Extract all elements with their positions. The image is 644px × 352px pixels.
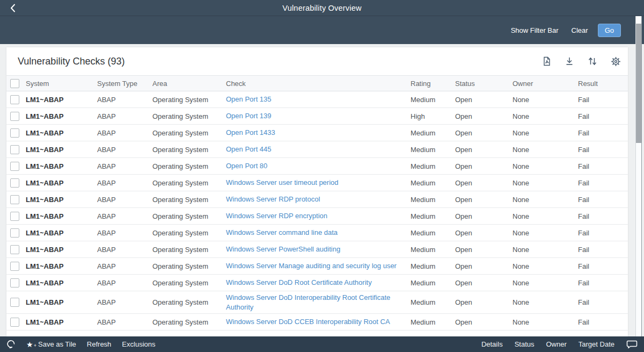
check-cell: Open Port 135 — [226, 93, 411, 106]
table-row: LM1~ABAPABAPOperating SystemWindows Serv… — [6, 241, 628, 258]
check-link[interactable]: Windows Server DoD Root Certificate Auth… — [226, 278, 372, 286]
check-link[interactable]: Windows Server PowerShell auditing — [226, 245, 340, 253]
row-checkbox-cell — [6, 95, 26, 104]
check-cell: Open Port 445 — [226, 143, 411, 156]
owner-cell: None — [513, 246, 578, 254]
check-link[interactable]: Windows Server Manage auditing and secur… — [226, 262, 397, 270]
row-checkbox[interactable] — [10, 318, 19, 327]
filter-bar: Show Filter Bar Clear Go — [0, 16, 644, 44]
table-toolbar — [540, 55, 621, 67]
rating-cell: Medium — [411, 246, 455, 254]
check-link[interactable]: Open Port 139 — [226, 112, 272, 120]
copilot-icon[interactable] — [6, 340, 16, 349]
sort-icon[interactable] — [587, 55, 598, 67]
system-cell: LM1~ABAP — [26, 179, 97, 187]
check-link[interactable]: Windows Server RDP protocol — [226, 195, 320, 203]
owner-button[interactable]: Owner — [546, 340, 567, 348]
check-link[interactable]: Windows Server DoD Interoperability Root… — [226, 293, 390, 311]
row-checkbox-cell — [6, 298, 26, 307]
check-link[interactable]: Windows Server RDP encryption — [226, 212, 327, 220]
show-filter-bar-button[interactable]: Show Filter Bar — [511, 26, 559, 34]
check-link[interactable]: Open Port 80 — [226, 162, 267, 170]
check-link[interactable]: Windows Server DoD CCEB Interoperability… — [226, 318, 390, 326]
row-checkbox-cell — [6, 112, 26, 121]
row-checkbox[interactable] — [10, 228, 19, 238]
status-cell: Open — [455, 112, 513, 120]
vulnerability-checks-panel: Vulnerability Checks (93) — [6, 47, 628, 336]
row-checkbox[interactable] — [10, 162, 19, 171]
shell-header: Vulnerability Overview — [0, 0, 644, 16]
check-link[interactable]: Windows Server command line data — [226, 228, 338, 236]
row-checkbox[interactable] — [10, 212, 19, 221]
system-type-cell: ABAP — [97, 179, 152, 187]
row-checkbox[interactable] — [10, 178, 19, 188]
save-as-tile-button[interactable]: ★+ Save as Tile — [26, 340, 76, 349]
system-type-cell: ABAP — [97, 196, 152, 204]
column-header-status: Status — [455, 80, 513, 88]
check-link[interactable]: Open Port 445 — [226, 145, 272, 153]
system-cell: LM1~ABAP — [26, 162, 97, 170]
vertical-scrollbar[interactable] — [635, 16, 642, 336]
system-cell: LM1~ABAP — [26, 146, 97, 154]
status-cell: Open — [455, 179, 513, 187]
row-checkbox[interactable] — [10, 128, 19, 138]
go-button[interactable]: Go — [598, 24, 621, 37]
details-button[interactable]: Details — [481, 340, 503, 348]
result-cell: Fail — [578, 279, 628, 287]
row-checkbox-cell — [6, 262, 26, 271]
column-header-result: Result — [578, 80, 628, 88]
select-all-checkbox[interactable] — [10, 79, 19, 88]
check-cell: Windows Server PowerShell auditing — [226, 243, 411, 256]
area-cell: Operating System — [152, 298, 226, 306]
row-checkbox[interactable] — [10, 262, 19, 271]
owner-cell: None — [513, 196, 578, 204]
settings-gear-icon[interactable] — [610, 55, 621, 67]
owner-cell: None — [513, 279, 578, 287]
check-link[interactable]: Open Port 1433 — [226, 128, 275, 137]
system-type-cell: ABAP — [97, 298, 152, 306]
row-checkbox[interactable] — [10, 245, 19, 254]
scrollbar-thumb[interactable] — [636, 24, 641, 143]
result-cell: Fail — [578, 96, 628, 104]
row-checkbox[interactable] — [10, 195, 19, 204]
check-link[interactable]: Open Port 135 — [226, 95, 272, 103]
pdf-export-icon[interactable] — [540, 55, 552, 67]
panel-header: Vulnerability Checks (93) — [6, 47, 628, 75]
status-cell: Open — [455, 212, 513, 220]
row-checkbox[interactable] — [10, 145, 19, 154]
system-cell: LM1~ABAP — [26, 229, 97, 237]
rating-cell: Medium — [411, 196, 455, 204]
status-button[interactable]: Status — [515, 340, 535, 348]
check-link[interactable]: Windows Server user timeout period — [226, 178, 339, 186]
check-cell: Windows Server DoD Interoperability Root… — [226, 291, 411, 313]
row-checkbox[interactable] — [10, 112, 19, 121]
row-checkbox[interactable] — [10, 298, 19, 307]
status-cell: Open — [455, 298, 513, 306]
target-date-button[interactable]: Target Date — [579, 340, 614, 348]
area-cell: Operating System — [152, 162, 226, 170]
rating-cell: Medium — [411, 162, 455, 170]
comment-icon[interactable] — [626, 340, 638, 349]
check-cell: Windows Server RDP encryption — [226, 210, 411, 222]
status-cell: Open — [455, 229, 513, 237]
table-row: LM1~ABAPABAPOperating SystemWindows Serv… — [6, 314, 628, 331]
owner-cell: None — [513, 212, 578, 220]
area-cell: Operating System — [152, 129, 226, 137]
exclusions-button[interactable]: Exclusions — [122, 340, 155, 348]
result-cell: Fail — [578, 229, 628, 237]
row-checkbox[interactable] — [10, 278, 19, 288]
page-title: Vulnerability Overview — [0, 4, 644, 12]
rating-cell: Medium — [411, 129, 455, 137]
status-cell: Open — [455, 196, 513, 204]
rating-cell: Medium — [411, 212, 455, 220]
system-cell: LM1~ABAP — [26, 96, 97, 104]
row-checkbox[interactable] — [10, 95, 19, 104]
clear-button[interactable]: Clear — [572, 26, 588, 34]
row-checkbox-cell — [6, 278, 26, 288]
owner-cell: None — [513, 129, 578, 137]
refresh-button[interactable]: Refresh — [87, 340, 112, 348]
column-header-system-type: System Type — [97, 80, 152, 88]
status-cell: Open — [455, 318, 513, 326]
download-icon[interactable] — [564, 55, 575, 67]
table-row: LM1~ABAPABAPOperating SystemOpen Port 80… — [6, 158, 628, 175]
